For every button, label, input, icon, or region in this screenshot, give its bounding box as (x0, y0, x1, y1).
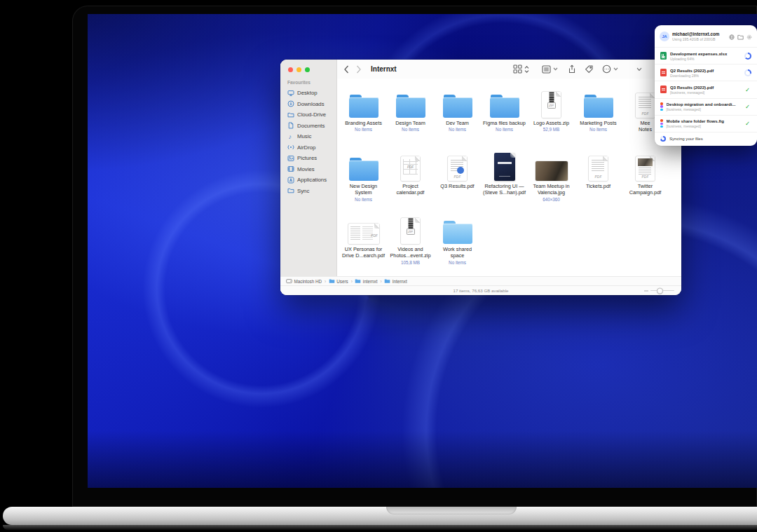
sync-item-status: Uploading 64% (670, 57, 740, 61)
folder-icon[interactable] (737, 30, 744, 43)
path-segment-label: Macintosh HD (294, 279, 322, 284)
sync-item-row[interactable]: Development expenses.xlsx Uploading 64% (655, 47, 757, 64)
file-name: Team Meetup in Valencia.jpg (530, 183, 573, 196)
minimize-button[interactable] (296, 67, 301, 72)
file-item[interactable]: UX Personas for Drive D...earch.pdf (340, 212, 387, 275)
sync-widget-popup: JA michael@internxt.com Using 195.42GB o… (655, 25, 757, 146)
path-bar: Macintosh HD › Users › internxt › Intern… (280, 276, 681, 286)
sync-item-row[interactable]: Q2 Results (2022).pdf Downloading 28% (655, 64, 757, 81)
sidebar-item-airdrop[interactable]: AirDrop (283, 142, 334, 154)
file-name: Refactoring UI — (Steve S...han).pdf (483, 183, 526, 196)
file-item[interactable]: Project calendar.pdf (387, 149, 434, 212)
sync-item-row[interactable]: Mobile share folder flows.fig [business,… (655, 115, 757, 132)
file-item[interactable]: Design Team No items (387, 86, 434, 149)
sync-item-status: [business, messaged] (670, 90, 740, 95)
tag-icon[interactable] (585, 64, 594, 74)
sidebar-list: Desktop Downloads Cloud-Drive Documents … (283, 88, 334, 196)
file-name: UX Personas for Drive D...earch.pdf (342, 246, 386, 259)
file-name: Twitter Campaign.pdf (624, 183, 667, 196)
sidebar-item-pictures[interactable]: Pictures (283, 153, 334, 164)
file-item[interactable]: Logo Assets.zip 52,9 MB (528, 86, 575, 149)
window-title: Internxt (371, 65, 397, 73)
sidebar-item-label: Downloads (297, 101, 325, 107)
group-view-icon[interactable] (542, 65, 551, 74)
sort-chevrons-icon[interactable] (524, 65, 529, 74)
traffic-lights (288, 67, 310, 72)
status-bar: 17 items, 76,63 GB available (280, 285, 681, 295)
file-item[interactable]: Work shared space No items (434, 212, 481, 275)
progress-spinner-icon (744, 53, 751, 60)
folder-icon (584, 95, 613, 118)
file-info: No items (402, 127, 419, 132)
globe-icon[interactable] (729, 30, 735, 43)
zip-file-icon (542, 92, 561, 118)
path-segment-label: internxt (363, 279, 378, 284)
zoom-button[interactable] (305, 67, 310, 72)
file-item[interactable]: New Design System No items (340, 149, 387, 212)
icon-view-icon[interactable] (513, 64, 522, 74)
sidebar-item-downloads[interactable]: Downloads (283, 99, 334, 110)
file-name: Design Team (395, 120, 425, 126)
zoom-slider-track[interactable] (650, 290, 674, 292)
file-item[interactable]: Q3 Results.pdf (434, 149, 481, 212)
file-name: Branding Assets (345, 120, 382, 126)
figma-file-icon (660, 119, 663, 128)
path-segment-label: Internxt (393, 279, 407, 284)
path-segment[interactable]: › Internxt (380, 278, 407, 285)
sync-item-state: ✓ (744, 104, 751, 110)
file-item[interactable]: Videos and Photos...event.zip 105,8 MB (387, 212, 434, 275)
sidebar-item-sync[interactable]: Sync (283, 186, 334, 197)
sync-item-state: ✓ (744, 87, 751, 93)
account-email: michael@internxt.com (672, 32, 726, 36)
file-name: Marketing Posts (580, 120, 616, 126)
sidebar-item-applications[interactable]: Applications (283, 175, 334, 186)
sidebar-item-cloud-drive[interactable]: Cloud-Drive (283, 109, 334, 121)
file-item[interactable]: Branding Assets No items (340, 86, 387, 149)
path-segment[interactable]: › internxt (350, 278, 378, 285)
share-icon[interactable] (568, 64, 576, 74)
group-view-chevron-icon[interactable] (553, 67, 558, 71)
more-actions-icon[interactable] (602, 64, 611, 74)
file-item[interactable]: Refactoring UI — (Steve S...han).pdf (481, 149, 528, 212)
sidebar-item-movies[interactable]: Movies (283, 164, 334, 175)
overflow-chevron-icon[interactable] (636, 67, 642, 71)
file-item[interactable]: Figma files backup No items (481, 86, 528, 149)
excel-file-icon (660, 52, 667, 60)
finder-sidebar: Favourites Desktop Downloads Cloud-Drive… (280, 60, 337, 295)
folder-icon (396, 95, 425, 118)
sync-item-name: Mobile share folder flows.fig (667, 118, 740, 123)
zoom-slider-knob[interactable] (657, 287, 663, 294)
sync-item-status: Downloading 28% (670, 74, 740, 78)
more-actions-chevron-icon[interactable] (613, 67, 618, 71)
sync-item-name: Development expenses.xlsx (670, 51, 740, 56)
sync-item-status: [business, messaged] (667, 124, 740, 128)
back-chevron-icon[interactable] (343, 65, 349, 74)
close-button[interactable] (288, 67, 293, 72)
zoom-slider[interactable] (644, 290, 674, 292)
sidebar-item-music[interactable]: ♪ Music (283, 131, 334, 142)
syncing-spinner-icon (660, 136, 666, 142)
folder-icon (490, 95, 519, 118)
file-info: No items (449, 260, 466, 265)
sidebar-item-documents[interactable]: Documents (283, 121, 334, 132)
sidebar-item-label: Pictures (297, 155, 317, 161)
path-segment[interactable]: › Users (324, 278, 348, 285)
file-item[interactable]: Marketing Posts No items (575, 86, 622, 149)
path-segment[interactable]: Macintosh HD (286, 278, 322, 285)
settings-icon[interactable] (746, 30, 752, 43)
sync-item-row[interactable]: Q3 Results (2022).pdf [business, message… (655, 81, 757, 97)
file-item[interactable]: Twitter Campaign.pdf (622, 149, 669, 212)
file-browser-content: Branding Assets No items Design Team No … (337, 79, 681, 277)
sync-item-row[interactable]: Desktop migration and onboardi... [busin… (655, 98, 757, 115)
file-item[interactable]: Team Meetup in Valencia.jpg 640×360 (528, 149, 575, 212)
file-name: New Design System (342, 183, 386, 196)
sidebar-item-desktop[interactable]: Desktop (283, 88, 334, 99)
laptop-base-shadow (3, 525, 757, 530)
figma-file-icon (660, 102, 663, 111)
forward-chevron-icon[interactable] (356, 65, 362, 74)
status-text: 17 items, 76,63 GB available (453, 288, 508, 293)
pdf-file-icon (636, 93, 655, 118)
file-item[interactable]: Tickets.pdf (575, 149, 622, 212)
file-item[interactable]: Dev Team No items (434, 86, 481, 149)
shared-folder-icon (443, 221, 472, 244)
